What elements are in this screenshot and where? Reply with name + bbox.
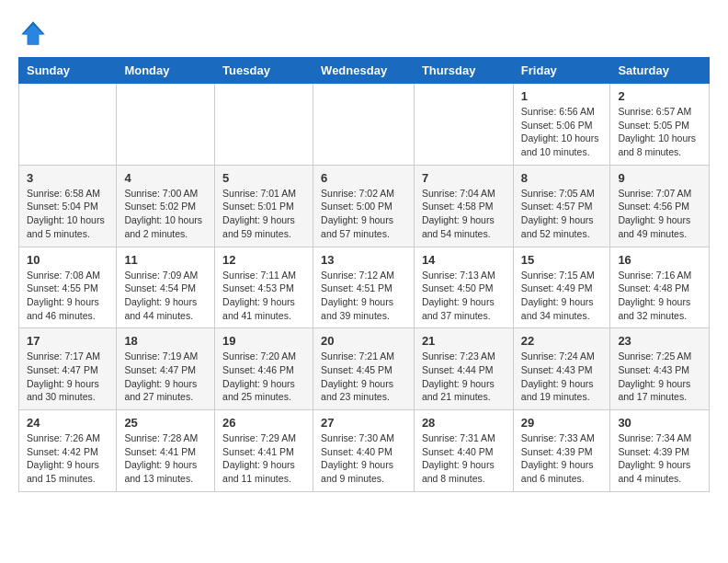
- day-cell: 29Sunrise: 7:33 AM Sunset: 4:39 PM Dayli…: [513, 410, 610, 492]
- week-row-5: 24Sunrise: 7:26 AM Sunset: 4:42 PM Dayli…: [19, 410, 710, 492]
- day-info: Sunrise: 7:23 AM Sunset: 4:44 PM Dayligh…: [422, 350, 506, 404]
- day-cell: [313, 84, 415, 166]
- day-info: Sunrise: 7:19 AM Sunset: 4:47 PM Dayligh…: [124, 350, 207, 404]
- day-info: Sunrise: 7:07 AM Sunset: 4:56 PM Dayligh…: [618, 187, 701, 241]
- day-number: 8: [521, 171, 603, 185]
- day-cell: 30Sunrise: 7:34 AM Sunset: 4:39 PM Dayli…: [610, 410, 710, 492]
- week-row-4: 17Sunrise: 7:17 AM Sunset: 4:47 PM Dayli…: [19, 328, 710, 410]
- day-info: Sunrise: 7:15 AM Sunset: 4:49 PM Dayligh…: [521, 269, 603, 323]
- day-cell: 6Sunrise: 7:02 AM Sunset: 5:00 PM Daylig…: [313, 165, 415, 247]
- day-number: 10: [27, 253, 108, 267]
- day-cell: [19, 84, 117, 166]
- header-day-tuesday: Tuesday: [215, 58, 313, 84]
- header-day-wednesday: Wednesday: [313, 58, 415, 84]
- day-number: 11: [124, 253, 207, 267]
- week-row-2: 3Sunrise: 6:58 AM Sunset: 5:04 PM Daylig…: [19, 165, 710, 247]
- logo-icon: [18, 18, 48, 48]
- header-day-friday: Friday: [513, 58, 610, 84]
- day-number: 3: [27, 171, 108, 185]
- day-info: Sunrise: 7:25 AM Sunset: 4:43 PM Dayligh…: [618, 350, 701, 404]
- day-cell: 15Sunrise: 7:15 AM Sunset: 4:49 PM Dayli…: [513, 247, 610, 328]
- day-cell: [215, 84, 313, 166]
- day-info: Sunrise: 7:26 AM Sunset: 4:42 PM Dayligh…: [27, 431, 108, 486]
- header-day-saturday: Saturday: [610, 58, 710, 84]
- day-number: 26: [222, 416, 305, 430]
- day-cell: 16Sunrise: 7:16 AM Sunset: 4:48 PM Dayli…: [610, 247, 710, 328]
- day-number: 16: [618, 253, 701, 267]
- day-info: Sunrise: 7:33 AM Sunset: 4:39 PM Dayligh…: [521, 431, 603, 486]
- day-number: 30: [618, 416, 701, 430]
- day-cell: 21Sunrise: 7:23 AM Sunset: 4:44 PM Dayli…: [414, 328, 513, 410]
- day-cell: [414, 84, 513, 166]
- day-number: 22: [521, 334, 603, 348]
- day-cell: 4Sunrise: 7:00 AM Sunset: 5:02 PM Daylig…: [117, 165, 215, 247]
- day-number: 17: [27, 334, 108, 348]
- day-cell: 26Sunrise: 7:29 AM Sunset: 4:41 PM Dayli…: [215, 410, 313, 492]
- day-cell: 12Sunrise: 7:11 AM Sunset: 4:53 PM Dayli…: [215, 247, 313, 328]
- day-info: Sunrise: 7:08 AM Sunset: 4:55 PM Dayligh…: [27, 269, 108, 323]
- day-cell: 19Sunrise: 7:20 AM Sunset: 4:46 PM Dayli…: [215, 328, 313, 410]
- day-cell: 18Sunrise: 7:19 AM Sunset: 4:47 PM Dayli…: [117, 328, 215, 410]
- day-number: 6: [321, 171, 406, 185]
- day-number: 18: [124, 334, 207, 348]
- calendar-table: SundayMondayTuesdayWednesdayThursdayFrid…: [18, 57, 710, 492]
- day-info: Sunrise: 7:04 AM Sunset: 4:58 PM Dayligh…: [422, 187, 506, 241]
- day-cell: 25Sunrise: 7:28 AM Sunset: 4:41 PM Dayli…: [117, 410, 215, 492]
- day-info: Sunrise: 7:28 AM Sunset: 4:41 PM Dayligh…: [124, 431, 207, 486]
- day-info: Sunrise: 6:56 AM Sunset: 5:06 PM Dayligh…: [521, 105, 603, 159]
- day-cell: 2Sunrise: 6:57 AM Sunset: 5:05 PM Daylig…: [610, 84, 710, 166]
- logo: [18, 18, 51, 48]
- day-info: Sunrise: 6:57 AM Sunset: 5:05 PM Dayligh…: [618, 105, 701, 159]
- day-cell: 14Sunrise: 7:13 AM Sunset: 4:50 PM Dayli…: [414, 247, 513, 328]
- day-info: Sunrise: 6:58 AM Sunset: 5:04 PM Dayligh…: [27, 187, 108, 241]
- day-number: 4: [124, 171, 207, 185]
- day-number: 15: [521, 253, 603, 267]
- day-cell: 10Sunrise: 7:08 AM Sunset: 4:55 PM Dayli…: [19, 247, 117, 328]
- day-cell: 27Sunrise: 7:30 AM Sunset: 4:40 PM Dayli…: [313, 410, 415, 492]
- day-cell: 22Sunrise: 7:24 AM Sunset: 4:43 PM Dayli…: [513, 328, 610, 410]
- day-cell: 24Sunrise: 7:26 AM Sunset: 4:42 PM Dayli…: [19, 410, 117, 492]
- day-number: 21: [422, 334, 506, 348]
- day-cell: 11Sunrise: 7:09 AM Sunset: 4:54 PM Dayli…: [117, 247, 215, 328]
- day-number: 27: [321, 416, 406, 430]
- day-number: 28: [422, 416, 506, 430]
- page-header: [18, 18, 710, 48]
- header-day-thursday: Thursday: [414, 58, 513, 84]
- day-number: 1: [521, 89, 603, 103]
- day-cell: 8Sunrise: 7:05 AM Sunset: 4:57 PM Daylig…: [513, 165, 610, 247]
- day-info: Sunrise: 7:17 AM Sunset: 4:47 PM Dayligh…: [27, 350, 108, 404]
- day-info: Sunrise: 7:00 AM Sunset: 5:02 PM Dayligh…: [124, 187, 207, 241]
- day-number: 7: [422, 171, 506, 185]
- header-day-monday: Monday: [117, 58, 215, 84]
- week-row-3: 10Sunrise: 7:08 AM Sunset: 4:55 PM Dayli…: [19, 247, 710, 328]
- day-number: 23: [618, 334, 701, 348]
- day-number: 24: [27, 416, 108, 430]
- day-cell: 5Sunrise: 7:01 AM Sunset: 5:01 PM Daylig…: [215, 165, 313, 247]
- day-number: 14: [422, 253, 506, 267]
- day-info: Sunrise: 7:02 AM Sunset: 5:00 PM Dayligh…: [321, 187, 406, 241]
- week-row-1: 1Sunrise: 6:56 AM Sunset: 5:06 PM Daylig…: [19, 84, 710, 166]
- day-cell: [117, 84, 215, 166]
- day-info: Sunrise: 7:31 AM Sunset: 4:40 PM Dayligh…: [422, 431, 506, 486]
- day-cell: 1Sunrise: 6:56 AM Sunset: 5:06 PM Daylig…: [513, 84, 610, 166]
- day-cell: 3Sunrise: 6:58 AM Sunset: 5:04 PM Daylig…: [19, 165, 117, 247]
- day-cell: 13Sunrise: 7:12 AM Sunset: 4:51 PM Dayli…: [313, 247, 415, 328]
- day-info: Sunrise: 7:21 AM Sunset: 4:45 PM Dayligh…: [321, 350, 406, 404]
- day-info: Sunrise: 7:24 AM Sunset: 4:43 PM Dayligh…: [521, 350, 603, 404]
- day-number: 20: [321, 334, 406, 348]
- day-info: Sunrise: 7:20 AM Sunset: 4:46 PM Dayligh…: [222, 350, 305, 404]
- day-info: Sunrise: 7:29 AM Sunset: 4:41 PM Dayligh…: [222, 431, 305, 486]
- svg-marker-1: [23, 24, 43, 44]
- day-cell: 28Sunrise: 7:31 AM Sunset: 4:40 PM Dayli…: [414, 410, 513, 492]
- day-info: Sunrise: 7:30 AM Sunset: 4:40 PM Dayligh…: [321, 431, 406, 486]
- day-number: 19: [222, 334, 305, 348]
- header-day-sunday: Sunday: [19, 58, 117, 84]
- day-info: Sunrise: 7:13 AM Sunset: 4:50 PM Dayligh…: [422, 269, 506, 323]
- day-cell: 9Sunrise: 7:07 AM Sunset: 4:56 PM Daylig…: [610, 165, 710, 247]
- day-info: Sunrise: 7:01 AM Sunset: 5:01 PM Dayligh…: [222, 187, 305, 241]
- day-number: 25: [124, 416, 207, 430]
- day-number: 9: [618, 171, 701, 185]
- day-info: Sunrise: 7:34 AM Sunset: 4:39 PM Dayligh…: [618, 431, 701, 486]
- day-number: 13: [321, 253, 406, 267]
- header-row: SundayMondayTuesdayWednesdayThursdayFrid…: [19, 58, 710, 84]
